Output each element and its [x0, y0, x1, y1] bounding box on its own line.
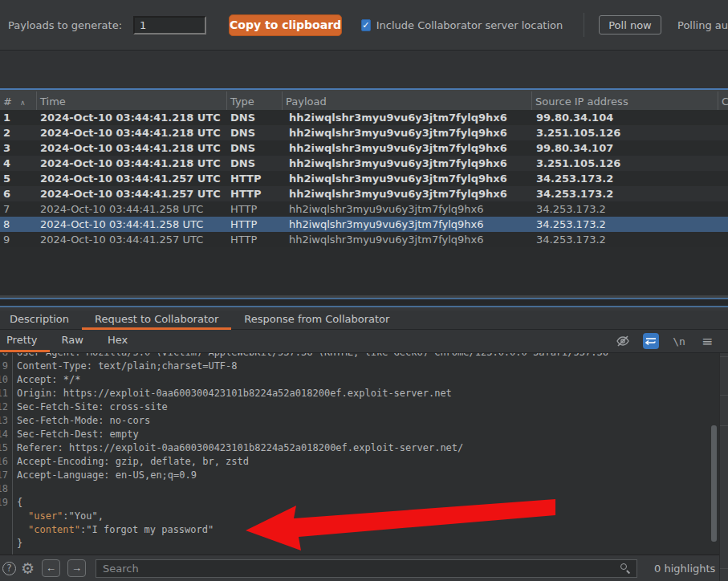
request-line: 16Accept-Encoding: gzip, deflate, br, zs…: [0, 455, 719, 469]
column-header-comment-clipped[interactable]: C: [718, 91, 728, 112]
word-wrap-icon[interactable]: [643, 333, 659, 349]
editor-view-tab-bar: Pretty Raw Hex \n ≡: [0, 330, 728, 353]
request-line: 19{: [0, 496, 719, 510]
table-row[interactable]: 62024-Oct-10 03:44:41.257 UTCHTTPhh2iwql…: [0, 186, 728, 201]
request-line: 17Accept-Language: en-US,en;q=0.9: [0, 469, 719, 482]
json-body-line: }: [0, 537, 719, 551]
request-line: 12Sec-Fetch-Site: cross-site: [0, 400, 719, 414]
tab-pretty[interactable]: Pretty: [0, 330, 50, 352]
search-icon: [620, 563, 631, 574]
table-header: #∧ Time Type Payload Source IP address C: [0, 88, 728, 110]
column-header-time[interactable]: Time: [37, 91, 227, 112]
search-status-bar: ? ⚙ ← → 0 highlights: [0, 555, 719, 581]
gear-icon[interactable]: ⚙: [21, 561, 35, 576]
collaborator-toolbar: Payloads to generate: Copy to clipboard …: [0, 0, 728, 51]
detail-tab-bar: Description Request to Collaborator Resp…: [0, 311, 728, 330]
table-row[interactable]: 52024-Oct-10 03:44:41.257 UTCHTTPhh2iwql…: [0, 171, 728, 186]
copy-to-clipboard-button[interactable]: Copy to clipboard: [229, 14, 342, 36]
editor-menu-icon[interactable]: ≡: [699, 333, 715, 349]
column-header-number[interactable]: #∧: [0, 91, 37, 112]
request-editor[interactable]: 8User-Agent: Mozilla/5.0 (Victim) AppleW…: [0, 353, 719, 555]
payloads-count-input[interactable]: [133, 16, 206, 35]
interactions-table: 12024-Oct-10 03:44:41.218 UTCDNShh2iwqls…: [0, 110, 728, 295]
sort-ascending-icon: ∧: [20, 99, 26, 107]
column-header-type[interactable]: Type: [227, 91, 283, 112]
tab-request-to-collaborator[interactable]: Request to Collaborator: [82, 311, 231, 329]
request-line: 10Accept: */*: [0, 373, 719, 387]
request-line: 11Origin: https://exploit-0aa60030042310…: [0, 387, 719, 400]
hide-highlights-eye-off-icon[interactable]: [615, 333, 631, 349]
tab-raw[interactable]: Raw: [50, 330, 96, 352]
table-row[interactable]: 42024-Oct-10 03:44:41.218 UTCDNShh2iwqls…: [0, 156, 728, 171]
editor-scrollbar-thumb[interactable]: [711, 425, 717, 542]
request-line: 8User-Agent: Mozilla/5.0 (Victim) AppleW…: [0, 353, 719, 360]
request-line: 15Referer: https://exploit-0aa6003004231…: [0, 441, 719, 455]
tab-description[interactable]: Description: [0, 311, 82, 329]
request-line: 9Content-Type: text/plain;charset=UTF-8: [0, 360, 719, 373]
panel-splitter[interactable]: [0, 295, 728, 311]
tab-response-from-collaborator[interactable]: Response from Collaborator: [231, 311, 402, 329]
empty-panel: [0, 51, 728, 88]
table-row[interactable]: 22024-Oct-10 03:44:41.218 UTCDNShh2iwqls…: [0, 125, 728, 140]
polling-auto-label: Polling au: [677, 19, 728, 31]
help-icon[interactable]: ?: [2, 562, 16, 575]
toolbar-divider: [584, 13, 584, 37]
right-marker-strip[interactable]: [719, 353, 728, 581]
tab-hex[interactable]: Hex: [96, 330, 140, 352]
request-line: 18: [0, 482, 719, 496]
table-row[interactable]: 12024-Oct-10 03:44:41.218 UTCDNShh2iwqls…: [0, 110, 728, 125]
previous-match-button[interactable]: ←: [42, 559, 60, 577]
column-header-source-ip[interactable]: Source IP address: [532, 91, 718, 112]
table-row-selected[interactable]: 82024-Oct-10 03:44:41.258 UTCHTTPhh2iwql…: [0, 217, 728, 232]
include-server-location-label: Include Collaborator server location: [376, 19, 563, 31]
search-input[interactable]: [96, 559, 637, 578]
column-header-payload[interactable]: Payload: [283, 91, 532, 112]
table-row[interactable]: 32024-Oct-10 03:44:41.218 UTCDNShh2iwqls…: [0, 140, 728, 156]
table-row[interactable]: 92024-Oct-10 03:44:41.257 UTCHTTPhh2iwql…: [0, 232, 728, 247]
payloads-to-generate-label: Payloads to generate:: [8, 19, 122, 31]
highlights-count: 0 highlights: [654, 563, 715, 575]
show-newlines-icon[interactable]: \n: [671, 333, 687, 349]
request-line: 13Sec-Fetch-Mode: no-cors: [0, 414, 719, 428]
next-match-button[interactable]: →: [67, 559, 86, 577]
request-line: 14Sec-Fetch-Dest: empty: [0, 428, 719, 441]
json-body-line: "content":"I forgot my password": [0, 523, 719, 537]
table-row[interactable]: 72024-Oct-10 03:44:41.258 UTCHTTPhh2iwql…: [0, 201, 728, 217]
json-body-line: "user":"You",: [0, 510, 719, 523]
include-server-location-checkbox[interactable]: ✓: [361, 19, 371, 31]
poll-now-button[interactable]: Poll now: [599, 15, 661, 35]
